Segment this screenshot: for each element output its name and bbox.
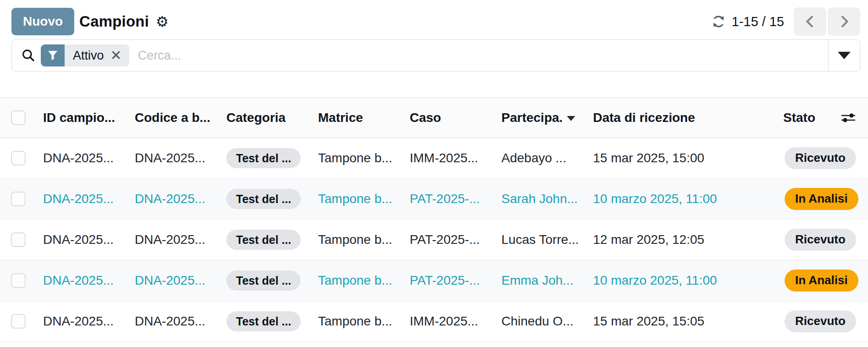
cell-caso: PAT-2025-... — [403, 232, 495, 247]
table-row[interactable]: DNA-2025... DNA-2025... Test del ... Tam… — [0, 301, 868, 342]
status-badge: In Analisi — [785, 270, 858, 292]
row-checkbox[interactable] — [11, 151, 26, 165]
cell-data-ricezione: 10 marzo 2025, 11:00 — [587, 192, 775, 206]
table-row[interactable]: DNA-2025... DNA-2025... Test del ... Tam… — [0, 179, 868, 220]
filter-funnel-icon — [41, 44, 65, 66]
new-button[interactable]: Nuovo — [11, 8, 74, 35]
cell-id-campione: DNA-2025... — [37, 151, 128, 165]
sliders-icon — [841, 110, 856, 126]
cell-caso: IMM-2025... — [403, 151, 495, 165]
cell-id-campione: DNA-2025... — [37, 232, 128, 247]
control-panel: Nuovo Campioni ⚙ 1-15 / 15 — [0, 0, 868, 72]
cell-caso: IMM-2025... — [403, 314, 495, 329]
row-checkbox[interactable] — [11, 232, 26, 247]
cell-matrice: Tampone b... — [312, 232, 403, 247]
samples-list: ID campio... Codice a b... Categoria Mat… — [0, 97, 868, 342]
cell-matrice: Tampone b... — [312, 151, 403, 165]
cell-data-ricezione: 15 mar 2025, 15:00 — [587, 151, 775, 165]
cell-codice: DNA-2025... — [128, 232, 220, 247]
cell-codice: DNA-2025... — [128, 192, 220, 206]
cell-matrice: Tampone b... — [312, 192, 403, 206]
cell-matrice: Tampone b... — [312, 273, 403, 288]
cell-codice: DNA-2025... — [128, 273, 220, 288]
pager-nav — [794, 7, 860, 36]
search-icon — [21, 48, 36, 63]
header-matrice[interactable]: Matrice — [312, 110, 403, 125]
filter-remove-icon[interactable]: ✕ — [110, 49, 122, 62]
status-badge: In Analisi — [785, 188, 858, 210]
filter-chip-body: Attivo ✕ — [65, 44, 129, 66]
cell-matrice: Tampone b... — [312, 314, 403, 329]
optional-columns-button[interactable] — [841, 110, 856, 126]
header-partecipante-label: Partecipa. — [501, 110, 563, 125]
filter-chip-attivo[interactable]: Attivo ✕ — [41, 44, 129, 66]
categoria-badge: Test del ... — [226, 189, 301, 209]
table-row[interactable]: DNA-2025... DNA-2025... Test del ... Tam… — [0, 138, 868, 179]
search-input[interactable] — [138, 49, 860, 63]
search-bar[interactable]: Attivo ✕ — [11, 39, 860, 72]
chevron-left-icon — [804, 15, 816, 28]
cell-data-ricezione: 12 mar 2025, 12:05 — [587, 232, 775, 247]
refresh-icon — [712, 15, 725, 28]
top-bar: Nuovo Campioni ⚙ 1-15 / 15 — [11, 7, 860, 36]
table-row[interactable]: DNA-2025... DNA-2025... Test del ... Tam… — [0, 220, 868, 260]
cell-data-ricezione: 10 marzo 2025, 11:00 — [587, 273, 775, 288]
cell-codice: DNA-2025... — [128, 151, 220, 165]
categoria-badge: Test del ... — [226, 311, 301, 332]
row-checkbox[interactable] — [11, 273, 26, 288]
cell-partecipante: Adebayo ... — [495, 151, 587, 165]
header-id-campione[interactable]: ID campio... — [37, 110, 128, 125]
table-header-row: ID campio... Codice a b... Categoria Mat… — [0, 97, 868, 138]
categoria-badge: Test del ... — [226, 270, 301, 291]
header-caso[interactable]: Caso — [403, 110, 495, 125]
header-data-ricezione[interactable]: Data di ricezione — [587, 110, 775, 125]
refresh-button[interactable] — [712, 15, 725, 28]
status-badge: Ricevuto — [785, 147, 856, 169]
chevron-right-icon — [838, 15, 850, 28]
caret-down-icon — [838, 52, 851, 59]
header-stato-label: Stato — [783, 110, 815, 125]
status-badge: Ricevuto — [785, 310, 856, 332]
cell-id-campione: DNA-2025... — [37, 192, 128, 206]
filter-chip-label: Attivo — [73, 49, 104, 63]
sort-desc-icon — [567, 116, 575, 121]
prev-page-button[interactable] — [794, 7, 826, 36]
cell-codice: DNA-2025... — [128, 314, 220, 329]
cell-id-campione: DNA-2025... — [37, 273, 128, 288]
row-checkbox[interactable] — [11, 314, 26, 329]
header-stato[interactable]: Stato — [775, 110, 868, 126]
select-all-checkbox[interactable] — [11, 110, 26, 125]
table-row[interactable]: DNA-2025... DNA-2025... Test del ... Tam… — [0, 260, 868, 301]
categoria-badge: Test del ... — [226, 148, 301, 169]
gear-icon[interactable]: ⚙ — [156, 15, 169, 29]
next-page-button[interactable] — [828, 7, 860, 36]
categoria-badge: Test del ... — [226, 230, 301, 250]
cell-id-campione: DNA-2025... — [37, 314, 128, 329]
cell-partecipante: Chinedu O... — [495, 314, 587, 329]
pager-area: 1-15 / 15 — [712, 7, 860, 36]
header-categoria[interactable]: Categoria — [220, 110, 312, 125]
pager-range: 1-15 / 15 — [732, 14, 784, 29]
header-partecipante[interactable]: Partecipa. — [495, 110, 587, 125]
page-title: Campioni — [79, 13, 149, 30]
cell-partecipante: Sarah John... — [495, 192, 587, 206]
row-checkbox[interactable] — [11, 192, 26, 206]
cell-data-ricezione: 15 mar 2025, 15:05 — [587, 314, 775, 329]
cell-partecipante: Lucas Torre... — [495, 232, 587, 247]
status-badge: Ricevuto — [785, 229, 856, 251]
cell-caso: PAT-2025-... — [403, 192, 495, 206]
cell-caso: PAT-2025-... — [403, 273, 495, 288]
search-options-toggle[interactable] — [828, 40, 860, 71]
header-codice-a-barre[interactable]: Codice a b... — [128, 110, 220, 125]
cell-partecipante: Emma Joh... — [495, 273, 587, 288]
